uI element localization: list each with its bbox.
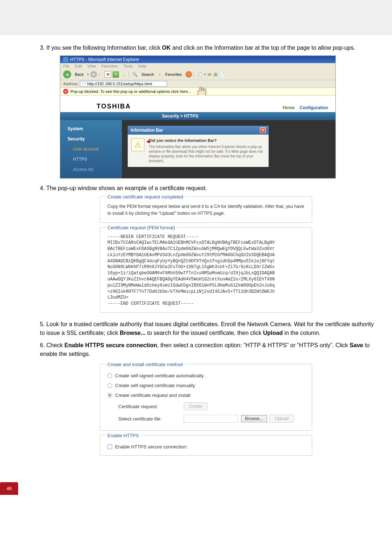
ie-menu-bar: File Edit View Favorites Tools Help — [60, 63, 335, 69]
radio-icon-selected — [107, 393, 112, 398]
menu-tools[interactable]: Tools — [123, 64, 133, 68]
toshiba-logo: TOSHIBA — [97, 103, 131, 110]
sidebar-security[interactable]: Security — [60, 134, 122, 144]
forward-button[interactable]: ► — [90, 71, 97, 78]
menu-file[interactable]: File — [63, 64, 70, 68]
step-5-c: in the column. — [283, 330, 320, 336]
method-legend: Create and install certificate method — [106, 362, 184, 367]
menu-view[interactable]: View — [87, 64, 96, 68]
browse-button[interactable]: Browse... — [241, 415, 267, 422]
dialog-header: Information Bar ✕ — [128, 126, 269, 135]
step-3-text-a: If you see the following Information bar… — [46, 45, 162, 51]
history-icon[interactable]: 🕘 — [197, 72, 203, 77]
dialog-title: Information Bar — [131, 128, 163, 133]
page-icon: 📄 — [82, 82, 86, 86]
home-icon[interactable]: ⌂ — [121, 71, 127, 78]
sidebar-user-account[interactable]: User account — [60, 144, 122, 154]
radio-manual-label: Create self-signed certificate manually — [115, 383, 195, 388]
address-label: Address — [63, 82, 78, 86]
popup-blocked-text: Pop-up blocked. To see this pop-up or ad… — [70, 89, 191, 94]
toshiba-header-links: Home Configuration — [283, 105, 335, 110]
ie-toolbar: ◄ Back ▾ ► ▾ ✕ ↻ ⌂ 🔍 Search ★ Favorites … — [60, 69, 335, 80]
forward-dropdown-icon[interactable]: ▾ — [98, 73, 100, 76]
configuration-link[interactable]: Configuration — [299, 105, 328, 110]
popup-blocked-bar[interactable]: ⊘ Pop-up blocked. To see this pop-up or … — [60, 88, 335, 95]
stop-icon[interactable]: ✕ — [105, 71, 111, 78]
step-3-num: 3. — [40, 45, 46, 51]
mail-icon[interactable]: ✉ — [208, 72, 212, 77]
step-5-num: 5. — [40, 321, 46, 327]
cert-pem-legend: Certificate request (PEM format) — [106, 225, 177, 230]
cert-pem-text: -----BEGIN CERTIFICATE REQUEST----- MIIB… — [107, 234, 305, 307]
radio-icon — [107, 383, 112, 388]
information-bar-dialog: Information Bar ✕ ⚠ ◄ Did you notice the… — [127, 126, 269, 167]
cert-request-row: Certificate request: Create — [107, 400, 305, 413]
dialog-body: ⚠ ◄ Did you notice the Information Bar? … — [128, 135, 269, 167]
ie-title-bar: HTTPS - Microsoft Internet Explorer — [60, 56, 335, 63]
radio-auto-label: Create self-signed certificate automatic… — [115, 373, 204, 378]
search-label[interactable]: Search — [139, 71, 156, 77]
step-3-text-b: and click on the Information bar at the … — [171, 45, 355, 51]
step-6: 6. Check Enable HTTPS secure connection,… — [40, 341, 374, 358]
toshiba-main: Information Bar ✕ ⚠ ◄ Did you notice the… — [122, 120, 335, 178]
dialog-body-text: The Information Bar alerts you when Inte… — [149, 144, 265, 163]
ie-page-content: TOSHIBA Home Configuration Security > HT… — [60, 95, 335, 178]
back-label[interactable]: Back — [73, 71, 86, 77]
enable-https-checkbox-row[interactable]: Enable HTTPS secure connection: — [107, 442, 305, 452]
radio-auto[interactable]: Create self-signed certificate automatic… — [107, 371, 305, 381]
popup-blocked-icon: ⊘ — [63, 89, 68, 94]
step-6-save: Save — [350, 342, 363, 348]
sidebar-system[interactable]: System — [60, 124, 122, 134]
radio-manual[interactable]: Create self-signed certificate manually — [107, 381, 305, 390]
top-gray-bar — [0, 0, 392, 34]
radio-request[interactable]: Create certificate request and install — [107, 390, 305, 400]
file-input[interactable] — [184, 415, 238, 423]
menu-help[interactable]: Help — [138, 64, 146, 68]
sidebar-access-list[interactable]: Access list — [60, 164, 122, 175]
toshiba-header: TOSHIBA Home Configuration — [60, 95, 335, 112]
step-3-ok: OK — [162, 45, 171, 51]
back-button[interactable]: ◄ — [63, 70, 71, 78]
step-6-bold: Enable HTTPS secure connection — [65, 342, 157, 348]
create-button[interactable]: Create — [184, 402, 208, 410]
address-field[interactable]: 📄 http://192.168.5.151/setup/https.html — [80, 81, 167, 87]
breadcrumb: Security > HTTPS — [60, 112, 335, 120]
ie-browser-screenshot: HTTPS - Microsoft Internet Explorer File… — [60, 56, 336, 178]
enable-https-legend: Enable HTTPS — [106, 433, 141, 438]
ie-app-icon — [63, 57, 68, 62]
menu-favorites[interactable]: Favorites — [102, 64, 118, 68]
cert-pem-fieldset: Certificate request (PEM format) -----BE… — [100, 227, 312, 313]
step-5: 5. Look for a trusted certificate author… — [40, 320, 374, 337]
red-arrow-icon: ◄ — [145, 138, 151, 145]
ie-window-title: HTTPS - Microsoft Internet Explorer — [70, 57, 139, 62]
toshiba-body: System Security User account HTTPS Acces… — [60, 120, 335, 178]
print-icon[interactable]: 🖶 — [213, 72, 218, 77]
cert-request-label: Certificate request: — [118, 404, 184, 409]
media-icon[interactable] — [185, 71, 192, 78]
search-icon[interactable]: 🔍 — [132, 72, 138, 77]
home-link[interactable]: Home — [283, 105, 295, 110]
favorites-star-icon[interactable]: ★ — [158, 72, 162, 77]
toshiba-sidebar: System Security User account HTTPS Acces… — [60, 120, 122, 178]
page-footer: 46 — [0, 477, 392, 499]
edit-icon[interactable]: 📄 — [219, 72, 225, 77]
step-6-a: Check — [46, 342, 65, 348]
refresh-icon[interactable]: ↻ — [113, 71, 119, 78]
favorites-label[interactable]: Favorites — [163, 71, 184, 77]
step-5-b: to search for the issued certificate, th… — [146, 330, 263, 336]
upload-button[interactable]: Upload — [269, 415, 294, 423]
step-5-upload: Upload — [263, 330, 283, 336]
method-screenshot: Create and install certificate method Cr… — [100, 364, 312, 456]
back-dropdown-icon[interactable]: ▾ — [87, 73, 89, 76]
cert-completed-legend: Create certificate request completed — [106, 194, 185, 200]
dialog-close-button[interactable]: ✕ — [260, 127, 266, 133]
menu-edit[interactable]: Edit — [75, 64, 82, 68]
history-dropdown-icon[interactable]: ▾ — [204, 73, 206, 76]
radio-request-label: Create certificate request and install — [115, 393, 190, 398]
warning-icon: ⚠ — [131, 138, 144, 151]
checkbox-icon — [107, 444, 112, 449]
enable-https-label: Enable HTTPS secure connection: — [115, 444, 187, 450]
page-content: 3. If you see the following Information … — [0, 44, 392, 456]
sidebar-https[interactable]: HTTPS — [60, 154, 122, 164]
step-3: 3. If you see the following Information … — [40, 44, 374, 52]
